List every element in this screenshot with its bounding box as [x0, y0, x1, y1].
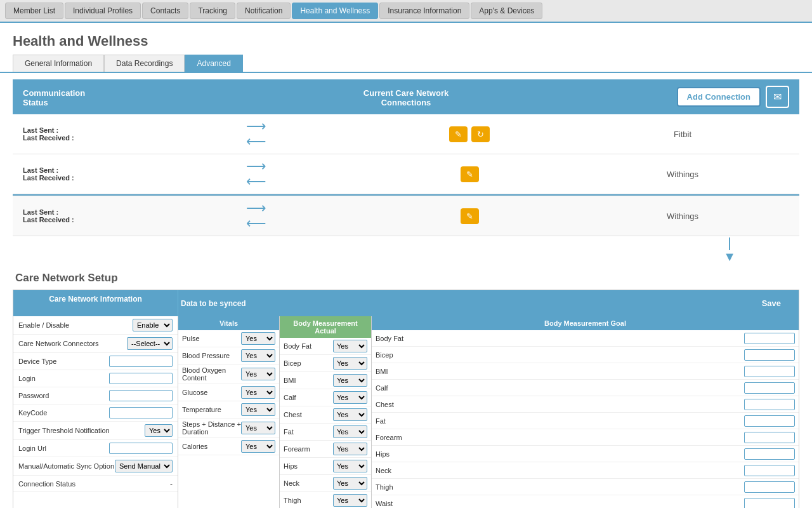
vitals-calories-select[interactable]: YesNo — [241, 440, 275, 453]
vitals-pulse-select[interactable]: YesNo — [241, 332, 275, 345]
manual-auto-sync-select[interactable]: Send Manual Send Auto — [115, 460, 173, 472]
body-actual-thigh-row: Thigh YesNo — [280, 492, 371, 508]
add-connection-button[interactable]: Add Connection — [677, 87, 761, 107]
body-actual-bmi-select[interactable]: YesNo — [333, 374, 367, 387]
fitbit-refresh-button[interactable]: ↻ — [471, 126, 490, 142]
nav-health-wellness[interactable]: Health and Wellness — [292, 3, 378, 19]
vitals-glucose-label: Glucose — [182, 389, 241, 396]
fitbit-arrow-right-icon: ⟶ — [246, 119, 266, 133]
body-goal-bmi-label: BMI — [376, 368, 744, 375]
body-goal-chest-label: Chest — [376, 401, 744, 408]
vitals-temp-select[interactable]: YesNo — [241, 403, 275, 416]
body-actual-calf-select[interactable]: YesNo — [333, 391, 367, 404]
trigger-threshold-select[interactable]: Yes No — [145, 424, 173, 437]
connector-arrow-down-icon: ▼ — [723, 250, 736, 263]
arrow-connector-area: ▼ — [13, 236, 799, 263]
body-goal-bicep-input[interactable] — [744, 349, 795, 361]
vitals-glucose-select[interactable]: YesNo — [241, 386, 275, 399]
body-goal-bmi-input[interactable] — [744, 366, 795, 377]
vitals-bp-label: Blood Pressure — [182, 352, 241, 359]
fitbit-conn-name: Fitbit — [576, 130, 789, 139]
vitals-steps-row: Steps + Distance + Duration YesNo — [178, 418, 279, 438]
partial-arrow-right-icon: ⟶ — [246, 201, 266, 215]
body-actual-thigh-select-wrap: YesNo — [333, 494, 367, 507]
body-goal-forearm-input[interactable] — [744, 432, 795, 443]
body-goal-hips-label: Hips — [376, 450, 744, 458]
tab-advanced[interactable]: Advanced — [185, 55, 242, 72]
field-login-url: Login Url — [13, 440, 178, 457]
vitals-bp-select[interactable]: YesNo — [241, 349, 275, 362]
body-actual-bicep-select-wrap: YesNo — [333, 357, 367, 370]
field-manual-auto-sync: Manual/Automatic Sync Option Send Manual… — [13, 457, 178, 476]
body-actual-bodyfat-select[interactable]: YesNo — [333, 340, 367, 352]
withings-edit-button[interactable]: ✎ — [461, 166, 479, 182]
body-goal-thigh-label: Thigh — [376, 483, 744, 491]
nav-contacts[interactable]: Contacts — [142, 3, 188, 19]
vitals-steps-select-wrap: YesNo — [241, 422, 275, 434]
enable-disable-select[interactable]: Enable Disable — [133, 319, 173, 331]
care-connectors-select[interactable]: --Select-- — [127, 337, 173, 350]
body-goal-thigh-row: Thigh — [372, 479, 799, 495]
body-goal-hips-input[interactable] — [744, 448, 795, 460]
care-table-body: Enable / Disable Enable Disable Care Net… — [13, 316, 799, 508]
vitals-header: Vitals — [178, 316, 279, 330]
field-trigger-threshold: Trigger Threshold Notification Yes No — [13, 422, 178, 440]
body-goal-fat-input[interactable] — [744, 415, 795, 427]
body-actual-chest-row: Chest YesNo — [280, 406, 371, 424]
body-actual-forearm-select-wrap: YesNo — [333, 443, 367, 455]
fitbit-last-sent-label: Last Sent : — [23, 126, 150, 134]
body-goal-bodyfat-input[interactable] — [744, 333, 795, 344]
nav-notification[interactable]: Notification — [237, 3, 291, 19]
nav-member-list[interactable]: Member List — [5, 3, 63, 19]
tab-general-info[interactable]: General Information — [13, 55, 104, 72]
body-goal-waist-input[interactable] — [744, 498, 795, 509]
body-actual-bmi-label: BMI — [284, 377, 333, 384]
login-input[interactable] — [109, 373, 173, 384]
body-actual-fat-row: Fat YesNo — [280, 424, 371, 441]
care-connectors-label: Care Network Connectors — [18, 340, 127, 347]
body-goal-chest-input[interactable] — [744, 399, 795, 410]
body-actual-hips-select[interactable]: YesNo — [333, 460, 367, 472]
vitals-boc-select[interactable]: YesNo — [241, 368, 275, 380]
tab-data-recordings[interactable]: Data Recordings — [104, 55, 185, 72]
body-actual-fat-select[interactable]: YesNo — [333, 425, 367, 438]
page-header: Health and Wellness — [0, 23, 812, 55]
fitbit-edit-button[interactable]: ✎ — [449, 126, 468, 142]
device-type-input[interactable] — [109, 356, 173, 367]
body-actual-hips-label: Hips — [284, 462, 333, 470]
login-url-input[interactable] — [109, 443, 173, 454]
vitals-pulse-label: Pulse — [182, 335, 241, 342]
partial-last-sent-label: Last Sent : — [23, 208, 150, 216]
data-sync-inner: Vitals Pulse YesNo Blood Pressure — [178, 316, 799, 508]
body-goal-forearm-label: Forearm — [376, 434, 744, 441]
keycode-input[interactable] — [109, 407, 173, 418]
save-button[interactable]: Save — [750, 295, 792, 312]
body-actual-chest-select[interactable]: YesNo — [333, 408, 367, 421]
nav-tracking[interactable]: Tracking — [190, 3, 235, 19]
body-actual-fat-select-wrap: YesNo — [333, 425, 367, 438]
body-goal-neck-input[interactable] — [744, 465, 795, 476]
body-goal-bodyfat-input-wrap — [744, 333, 795, 344]
manual-auto-sync-value: Send Manual Send Auto — [115, 460, 173, 472]
body-actual-bicep-select[interactable]: YesNo — [333, 357, 367, 370]
body-actual-bodyfat-select-wrap: YesNo — [333, 340, 367, 352]
nav-individual-profiles[interactable]: Individual Profiles — [65, 3, 141, 19]
vitals-steps-select[interactable]: YesNo — [241, 422, 275, 434]
partial-edit-button[interactable]: ✎ — [461, 208, 479, 224]
body-goal-bicep-row: Bicep — [372, 347, 799, 363]
body-goal-calf-input[interactable] — [744, 382, 795, 394]
password-input[interactable] — [109, 390, 173, 401]
body-actual-neck-select[interactable]: YesNo — [333, 477, 367, 490]
body-actual-forearm-select[interactable]: YesNo — [333, 443, 367, 455]
body-actual-thigh-select[interactable]: YesNo — [333, 494, 367, 507]
content-area: CommunicationStatus Current Care Network… — [0, 72, 812, 508]
body-goal-waist-label: Waist — [376, 500, 744, 507]
nav-apps-devices[interactable]: App's & Devices — [471, 3, 542, 19]
nav-insurance[interactable]: Insurance Information — [379, 3, 469, 19]
email-button[interactable]: ✉ — [766, 86, 789, 108]
data-sync-columns: Vitals Pulse YesNo Blood Pressure — [178, 316, 799, 508]
withings-arrow-left-icon: ⟵ — [246, 175, 266, 189]
vitals-bp-select-wrap: YesNo — [241, 349, 275, 362]
vitals-temp-select-wrap: YesNo — [241, 403, 275, 416]
body-goal-thigh-input[interactable] — [744, 481, 795, 493]
